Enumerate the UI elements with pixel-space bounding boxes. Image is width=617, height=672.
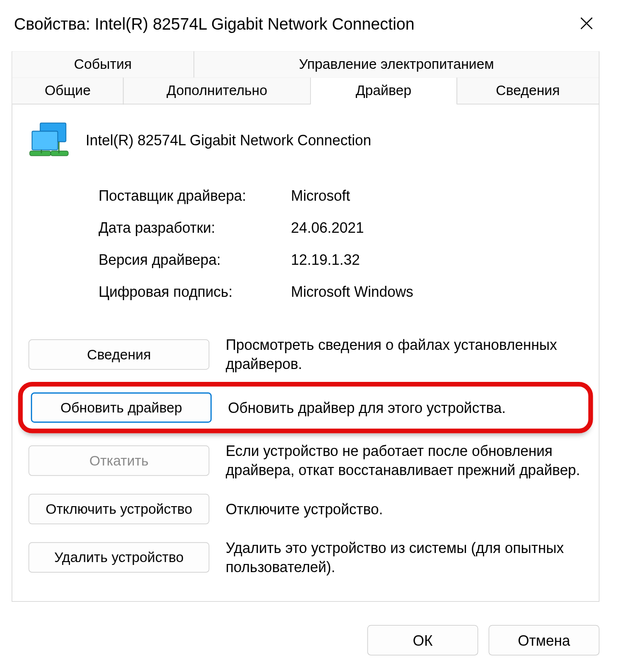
properties-dialog: Свойства: Intel(R) 82574L Gigabit Networ… — [0, 0, 615, 667]
rollback-driver-desc: Если устройство не работает после обновл… — [226, 442, 583, 480]
tab-events[interactable]: События — [12, 51, 194, 78]
title-bar: Свойства: Intel(R) 82574L Gigabit Networ… — [0, 0, 615, 51]
action-row-rollback: Откатить Если устройство не работает пос… — [29, 434, 583, 487]
tab-driver[interactable]: Драйвер — [310, 77, 457, 104]
action-row-disable: Отключить устройство Отключите устройств… — [29, 487, 583, 531]
tab-content-driver: Intel(R) 82574L Gigabit Network Connecti… — [12, 104, 599, 601]
action-row-uninstall: Удалить устройство Удалить это устройств… — [29, 531, 583, 584]
tab-details[interactable]: Сведения — [456, 77, 599, 104]
provider-value: Microsoft — [291, 187, 583, 204]
driver-details-button[interactable]: Сведения — [29, 339, 209, 369]
uninstall-device-desc: Удалить это устройство из системы (для о… — [226, 538, 583, 577]
network-adapter-icon — [29, 121, 71, 158]
signer-label: Цифровая подпись: — [98, 283, 291, 300]
dialog-footer: ОК Отмена — [0, 613, 615, 667]
tab-general[interactable]: Общие — [12, 77, 124, 104]
tab-advanced[interactable]: Дополнительно — [123, 77, 311, 104]
device-name: Intel(R) 82574L Gigabit Network Connecti… — [86, 130, 371, 149]
date-label: Дата разработки: — [98, 219, 291, 236]
cancel-button[interactable]: Отмена — [488, 625, 599, 655]
provider-label: Поставщик драйвера: — [98, 187, 291, 204]
disable-device-button[interactable]: Отключить устройство — [29, 494, 209, 524]
close-button[interactable] — [573, 11, 601, 39]
signer-value: Microsoft Windows — [291, 283, 583, 300]
tab-power-management[interactable]: Управление электропитанием — [194, 51, 599, 78]
version-value: 12.19.1.32 — [291, 251, 583, 268]
driver-details-desc: Просмотреть сведения о файлах установлен… — [226, 336, 583, 374]
rollback-driver-button: Откатить — [29, 445, 209, 476]
tab-container: События Управление электропитанием Общие… — [11, 51, 599, 602]
disable-device-desc: Отключите устройство. — [226, 499, 583, 519]
action-row-details: Сведения Просмотреть сведения о файлах у… — [29, 328, 583, 381]
driver-actions: Сведения Просмотреть сведения о файлах у… — [29, 328, 583, 584]
uninstall-device-button[interactable]: Удалить устройство — [29, 542, 209, 573]
update-driver-desc: Обновить драйвер для этого устройства. — [228, 398, 580, 417]
svg-rect-4 — [30, 151, 51, 156]
update-driver-button[interactable]: Обновить драйвер — [31, 392, 212, 423]
action-row-update: Обновить драйвер Обновить драйвер для эт… — [18, 382, 593, 433]
ok-button[interactable]: ОК — [368, 625, 478, 655]
svg-rect-3 — [32, 131, 58, 150]
version-label: Версия драйвера: — [98, 251, 291, 268]
close-icon — [580, 15, 593, 33]
driver-info-grid: Поставщик драйвера: Microsoft Дата разра… — [98, 187, 583, 301]
date-value: 24.06.2021 — [291, 219, 583, 236]
window-title: Свойства: Intel(R) 82574L Gigabit Networ… — [14, 15, 414, 34]
